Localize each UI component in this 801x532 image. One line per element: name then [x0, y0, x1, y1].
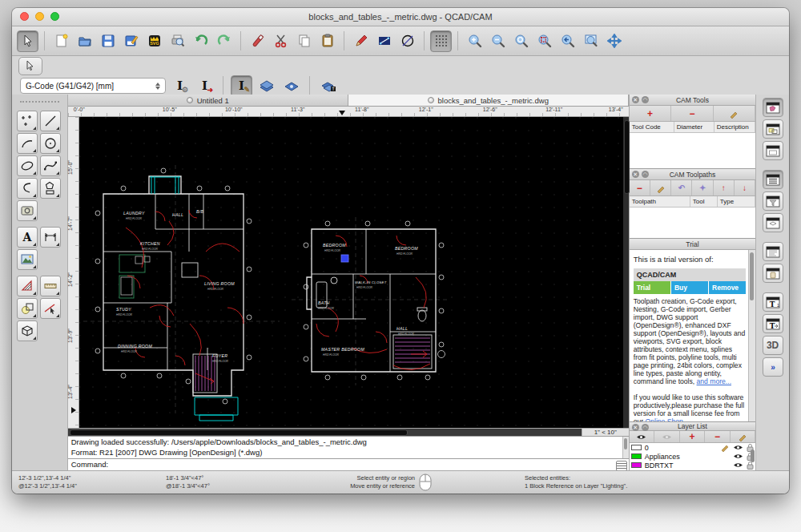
zoom-in-icon[interactable]	[464, 30, 485, 52]
edit-tool-button[interactable]	[714, 106, 755, 121]
panel-close-icon[interactable]: ✕	[632, 171, 639, 178]
layer-row[interactable]: BDRTXT	[630, 461, 755, 470]
column-header[interactable]: Tool	[690, 196, 718, 207]
text-tool-icon[interactable]: A	[17, 227, 38, 248]
toolpath-edit-icon[interactable]: I✎	[231, 75, 252, 97]
viewport-tool-icon[interactable]	[17, 200, 38, 221]
zoom-selection-icon[interactable]	[533, 30, 555, 52]
circle-tool-icon[interactable]	[396, 30, 418, 52]
close-window-button[interactable]	[20, 12, 29, 21]
and-more-link[interactable]: and more...	[697, 377, 731, 385]
grid-toggle-icon[interactable]	[430, 30, 452, 52]
column-header[interactable]: Toolpath	[630, 196, 690, 207]
column-header[interactable]: Diameter	[674, 122, 714, 132]
dimension-tool-icon[interactable]	[40, 227, 61, 248]
zoom-window-button[interactable]	[50, 12, 59, 21]
pan-icon[interactable]	[603, 30, 625, 52]
gcode-export-icon[interactable]: I➜	[194, 75, 215, 97]
cam-toolpaths-toggle-icon[interactable]: T	[763, 314, 783, 333]
filter-toggle-icon[interactable]	[763, 191, 783, 211]
circle-tool-palette-icon[interactable]	[40, 133, 61, 154]
spline-tool-icon[interactable]	[40, 155, 61, 176]
auto-zoom-icon[interactable]	[510, 30, 532, 52]
trial-tab-button[interactable]: Trial	[634, 281, 670, 294]
save-icon[interactable]	[97, 30, 119, 52]
column-header[interactable]: Description	[714, 122, 755, 132]
print-preview-icon[interactable]	[167, 30, 188, 52]
measure-tool-icon[interactable]	[40, 276, 61, 296]
drawing-canvas[interactable]: LAUNDRY HALL B/B KITCHEN LIVING ROOM STU…	[79, 117, 629, 428]
toolpath-group-icon[interactable]: T	[317, 75, 339, 97]
redo-icon[interactable]	[213, 30, 235, 52]
solid-3d-tool-icon[interactable]	[17, 320, 38, 341]
move-down-button[interactable]: ↓	[735, 180, 755, 195]
command-input[interactable]: Command:	[68, 459, 629, 471]
block-list-toggle-icon[interactable]	[763, 141, 783, 160]
hide-all-layers-button[interactable]	[654, 431, 679, 442]
layer-list-scrollbar[interactable]	[751, 449, 755, 462]
3d-view-toggle[interactable]: 3D	[763, 336, 783, 355]
layer-visible-icon[interactable]	[733, 453, 743, 460]
open-file-icon[interactable]	[74, 30, 95, 52]
panel-detach-icon[interactable]: ◠	[642, 171, 649, 178]
trial-scrollbar[interactable]	[748, 250, 755, 421]
add-layer-button[interactable]: +	[680, 431, 705, 442]
selection-filter-toggle-icon[interactable]	[763, 119, 783, 139]
paste-icon[interactable]	[316, 30, 338, 52]
previous-view-icon[interactable]	[557, 30, 578, 52]
tab-blocks-and-tables[interactable]: blocks_and_tables_-_metric.dwg	[348, 95, 629, 106]
panel-detach-icon[interactable]: ◠	[642, 424, 649, 431]
tag-panel-toggle-icon[interactable]	[763, 213, 783, 232]
remove-layer-button[interactable]: −	[705, 431, 730, 442]
remove-toolpath-button[interactable]: −	[630, 180, 650, 195]
image-tool-icon[interactable]	[17, 249, 38, 270]
layer-visible-icon[interactable]	[733, 444, 743, 451]
new-file-icon[interactable]	[50, 30, 72, 52]
add-tool-button[interactable]: +	[630, 106, 671, 121]
layer-list-toggle-icon[interactable]	[763, 170, 783, 189]
panel-detach-icon[interactable]: ◠	[642, 96, 649, 103]
command-options-icon[interactable]	[616, 461, 627, 471]
remove-tool-button[interactable]: −	[671, 106, 713, 121]
point-tool-icon[interactable]	[17, 111, 38, 131]
postprocessor-select[interactable]: G-Code (G41/G42) [mm]	[20, 78, 166, 94]
erase-icon[interactable]	[247, 30, 268, 52]
move-up-button[interactable]: ↑	[714, 180, 735, 195]
draw-pencil-icon[interactable]	[350, 30, 372, 52]
minimize-window-button[interactable]	[35, 12, 44, 21]
shape-tool-icon[interactable]	[40, 178, 61, 199]
zoom-window-icon[interactable]	[580, 30, 602, 52]
tab-untitled[interactable]: Untitled 1	[68, 95, 348, 106]
zoom-out-icon[interactable]	[487, 30, 509, 52]
cut-icon[interactable]	[270, 30, 292, 52]
link-toolpath-button[interactable]: ✦	[692, 180, 713, 195]
arc-tool-icon[interactable]	[17, 133, 38, 154]
nesting-alt-icon[interactable]	[280, 75, 302, 97]
selection-pointer-icon[interactable]	[17, 30, 38, 52]
cam-tools-table[interactable]	[630, 133, 755, 168]
svg-export-icon[interactable]: SVG	[143, 30, 165, 52]
selection-tool-icon[interactable]	[18, 57, 42, 75]
modify-tool-icon[interactable]	[40, 298, 61, 319]
save-as-icon[interactable]	[120, 30, 142, 52]
show-all-layers-button[interactable]	[630, 431, 654, 442]
line-tool-icon[interactable]	[40, 111, 61, 131]
edit-toolpath-button[interactable]	[650, 180, 671, 195]
canvas-vertical-scrollbar[interactable]	[623, 117, 629, 428]
online-shop-link[interactable]: Online Shop	[646, 417, 683, 421]
hatch-tool-icon[interactable]	[17, 276, 38, 296]
panel-close-icon[interactable]: ✕	[632, 96, 639, 103]
cam-tools-toggle-icon[interactable]: T1	[763, 292, 783, 312]
clipboard-panel-toggle-icon[interactable]	[763, 264, 783, 283]
edit-layer-button[interactable]	[731, 431, 755, 442]
command-history[interactable]: Drawing loaded successfully: /Users/appl…	[68, 436, 629, 458]
ellipse-tool-icon[interactable]	[17, 155, 38, 176]
property-editor-toggle-icon[interactable]	[763, 98, 783, 117]
copy-icon[interactable]	[293, 30, 315, 52]
more-panels-icon[interactable]: »	[763, 357, 783, 377]
layer-row[interactable]: Appliances	[630, 452, 755, 461]
distance-line-icon[interactable]	[373, 30, 395, 52]
remove-tab-button[interactable]: Remove	[709, 281, 746, 294]
cam-toolpaths-table[interactable]	[630, 208, 755, 238]
buy-tab-button[interactable]: Buy	[671, 281, 708, 294]
